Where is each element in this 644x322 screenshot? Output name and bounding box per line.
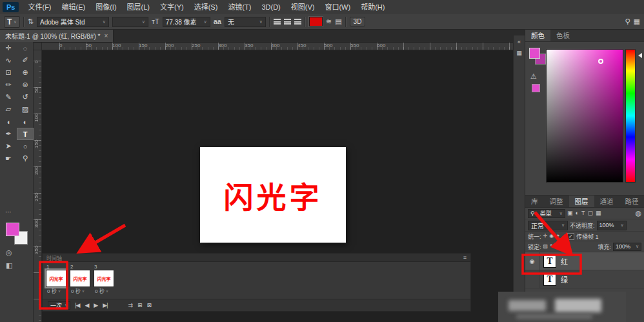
align-center-button[interactable]	[284, 19, 291, 25]
horizontal-ruler[interactable]: 050100150200250300350400450500550600	[42, 42, 513, 50]
panel-tab[interactable]: 库	[525, 196, 544, 207]
edit-toolbar-icon[interactable]: ⋯	[5, 208, 12, 216]
swatch-grid-icon[interactable]: ▦	[516, 50, 522, 56]
workspace-switcher-icon[interactable]: ▦	[634, 18, 640, 25]
color-picker-marker[interactable]	[598, 59, 603, 64]
search-icon[interactable]: ⚲	[625, 18, 630, 25]
lasso-tool[interactable]: ∿	[0, 54, 17, 66]
blend-mode-select[interactable]: 正常 ∨	[528, 221, 568, 230]
ellipse-tool[interactable]: ○	[17, 140, 34, 152]
zoom-tool[interactable]: ⚲	[17, 152, 34, 165]
first-frame-button[interactable]: |◀	[75, 302, 79, 308]
adjustment-layer-filter-icon[interactable]: ◐	[576, 210, 579, 216]
panel-menu-icon[interactable]: ≡	[463, 254, 467, 261]
gamut-warning-icon[interactable]: ⚠	[530, 72, 537, 81]
menu-item[interactable]: 文字(Y)	[155, 0, 189, 14]
eyedropper-tool[interactable]: ✐	[17, 54, 34, 66]
menu-item[interactable]: 视图(V)	[286, 0, 320, 14]
panel-tab[interactable]: 调整	[544, 196, 569, 207]
animation-frame[interactable]: 2 闪光字 0 秒 ∨	[70, 264, 92, 294]
panel-tab[interactable]: 通道	[594, 196, 619, 207]
menu-item[interactable]: 图像(I)	[90, 0, 121, 14]
gradient-tool[interactable]: ▨	[17, 103, 34, 116]
lock-transparency-icon[interactable]: ▨	[543, 244, 548, 249]
visibility-toggle[interactable]	[525, 270, 539, 288]
collapse-panels-icon[interactable]: «	[518, 39, 521, 45]
lock-pixels-icon[interactable]: ✎	[550, 244, 554, 249]
toggle-panels-icon[interactable]: ▤	[335, 18, 341, 25]
eraser-tool[interactable]: ▱	[0, 103, 17, 116]
font-family-select[interactable]: Adobe 黑体 Std ∨	[37, 17, 109, 27]
menu-item[interactable]: 窗口(W)	[319, 0, 356, 14]
previous-frame-button[interactable]: ◀	[85, 302, 88, 308]
frame-delay-select[interactable]: 0 秒 ∨	[94, 287, 116, 294]
propagate-frame-checkbox[interactable]: ✓	[567, 233, 574, 240]
font-size-select[interactable]: 77.38 像素 ∨	[163, 17, 210, 27]
quick-mask-icon[interactable]: ◎	[6, 248, 12, 257]
panel-tab[interactable]: 色板	[550, 30, 576, 41]
delete-frame-button[interactable]: ⊠	[147, 302, 152, 308]
text-color-swatch[interactable]	[309, 17, 323, 26]
type-tool[interactable]: T	[17, 128, 34, 140]
saturation-brightness-field[interactable]	[546, 49, 623, 183]
align-left-button[interactable]	[274, 19, 281, 25]
history-brush-tool[interactable]: ↺	[17, 91, 34, 103]
document-tab[interactable]: 未标题-1 @ 100% (红, RGB/8#) * ×	[0, 30, 114, 42]
type-layer-filter-icon[interactable]: T	[581, 210, 585, 216]
layer-row[interactable]: ◉ T 红	[525, 252, 644, 270]
pencil-tool[interactable]: ✏	[0, 79, 17, 91]
screen-mode-icon[interactable]: ◧	[6, 261, 12, 270]
menu-item[interactable]: 文件(F)	[23, 0, 56, 14]
hue-slider-marker[interactable]	[636, 53, 642, 58]
marquee-tool[interactable]: ◌	[17, 42, 34, 54]
align-right-button[interactable]	[294, 19, 301, 25]
menu-item[interactable]: 帮助(H)	[356, 0, 390, 14]
layer-filter-select[interactable]: ⚲ 类型 ∨	[528, 209, 565, 218]
text-orientation-icon[interactable]: ⇅	[28, 18, 34, 25]
panel-tab[interactable]: 颜色	[525, 30, 550, 41]
shape-layer-filter-icon[interactable]: ▢	[587, 210, 593, 216]
panel-tab[interactable]: 图层	[569, 196, 594, 207]
smart-object-filter-icon[interactable]: ▦	[596, 210, 601, 216]
close-tab-icon[interactable]: ×	[104, 32, 108, 39]
filter-toggle-icon[interactable]: ◍	[635, 210, 641, 217]
move-tool[interactable]: ✛	[0, 42, 17, 54]
hand-tool[interactable]: ☛	[0, 152, 17, 165]
tool-preset-picker[interactable]: T ∨	[4, 16, 20, 28]
menu-item[interactable]: 滤镜(T)	[223, 0, 256, 14]
animation-frame[interactable]: 3 闪光字 0 秒 ∨	[94, 264, 116, 294]
path-selection-tool[interactable]: ➤	[0, 140, 17, 152]
warp-text-icon[interactable]: ≋	[326, 18, 332, 25]
fill-select[interactable]: 100% ∨	[613, 243, 641, 251]
crop-tool[interactable]: ⊡	[0, 66, 17, 79]
pen-tool[interactable]: ✒	[0, 128, 17, 140]
unify-style-icon[interactable]: ✦	[556, 234, 560, 239]
duplicate-frame-button[interactable]: ⊞	[137, 302, 142, 308]
play-button[interactable]: ▶	[94, 302, 97, 308]
healing-brush-tool[interactable]: ⊕	[17, 66, 34, 79]
font-style-select[interactable]: ∨	[112, 17, 148, 27]
document-canvas[interactable]: 闪光字	[200, 147, 346, 243]
frame-delay-select[interactable]: 0 秒 ∨	[46, 287, 68, 294]
anti-alias-select[interactable]: 无 ∨	[225, 17, 266, 27]
menu-item[interactable]: 选择(S)	[189, 0, 223, 14]
vertical-ruler[interactable]: 050100150200250300350	[34, 50, 42, 322]
foreground-color-swatch[interactable]	[529, 48, 540, 59]
clone-stamp-tool[interactable]: ⊚	[17, 79, 34, 91]
pixel-layer-filter-icon[interactable]: ▣	[567, 210, 573, 216]
opacity-select[interactable]: 100% ∨	[597, 221, 627, 230]
next-frame-button[interactable]: ▶|	[103, 302, 107, 308]
visibility-toggle[interactable]: ◉	[525, 252, 539, 270]
web-color-swatch[interactable]	[532, 84, 540, 92]
tween-button[interactable]: ⇉	[128, 302, 133, 308]
blur-tool[interactable]: ◖	[0, 116, 17, 128]
layer-row[interactable]: T 绿	[525, 270, 644, 288]
hue-slider[interactable]	[625, 49, 636, 183]
loop-options-select[interactable]: 一次 ∨	[48, 301, 70, 310]
panel-tab[interactable]: 路径	[619, 196, 644, 207]
animation-frame[interactable]: 1 闪光字 0 秒 ∨	[46, 264, 68, 294]
unify-visibility-icon[interactable]: ◉	[549, 234, 554, 239]
unify-position-icon[interactable]: ✛	[543, 234, 548, 239]
lock-all-icon[interactable]: ⚷	[562, 244, 566, 249]
menu-item[interactable]: 编辑(E)	[57, 0, 91, 14]
